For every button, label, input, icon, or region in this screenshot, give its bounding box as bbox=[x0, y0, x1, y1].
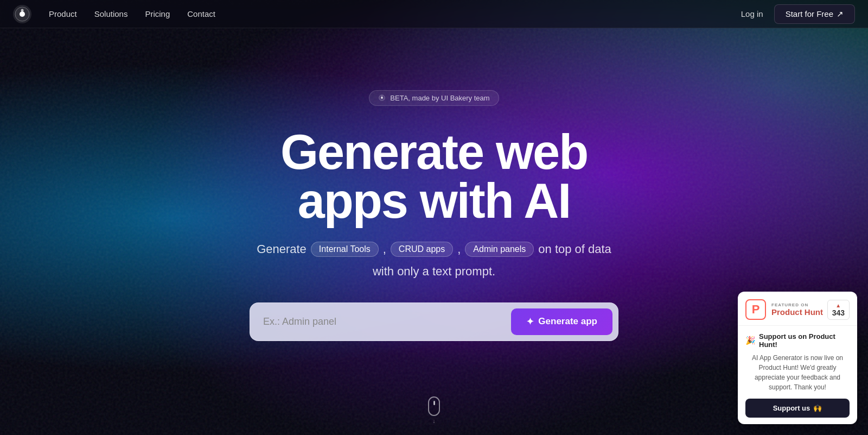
nav-product[interactable]: Product bbox=[49, 9, 77, 18]
nav-links: Product Solutions Pricing Contact bbox=[49, 9, 741, 18]
hero-title-line2: apps with AI bbox=[298, 174, 571, 228]
ph-support-label: Support us bbox=[773, 404, 810, 412]
ph-body: 🎉 Support us on Product Hunt! AI App Gen… bbox=[738, 326, 857, 424]
hero-subtitle: Generate Internal Tools , CRUD apps , Ad… bbox=[257, 242, 611, 257]
ph-triangle-icon: ▲ bbox=[835, 302, 841, 308]
ph-title-row: 🎉 Support us on Product Hunt! bbox=[745, 332, 850, 349]
pill-crud-apps[interactable]: CRUD apps bbox=[391, 242, 453, 257]
ph-support-button[interactable]: Support us 🙌 bbox=[745, 399, 850, 418]
ph-votes: ▲ 343 bbox=[827, 300, 850, 320]
svg-point-3 bbox=[21, 9, 24, 11]
svg-point-2 bbox=[20, 11, 25, 17]
ph-badge-text: FEATURED ON Product Hunt bbox=[771, 302, 823, 317]
beta-badge: BETA, made by UI Bakery team bbox=[369, 90, 499, 106]
ph-description: AI App Generator is now live on Product … bbox=[745, 353, 850, 392]
nav-contact[interactable]: Contact bbox=[187, 9, 215, 18]
ph-title-emoji: 🎉 bbox=[745, 336, 756, 345]
scroll-indicator: ↓ bbox=[428, 396, 440, 424]
nav-solutions[interactable]: Solutions bbox=[94, 9, 128, 18]
beta-badge-text: BETA, made by UI Bakery team bbox=[390, 94, 489, 102]
start-free-button[interactable]: Start for Free ↗ bbox=[774, 4, 855, 24]
generate-icon: ✦ bbox=[526, 316, 534, 327]
ph-featured-on: FEATURED ON bbox=[771, 302, 823, 307]
pill-internal-tools[interactable]: Internal Tools bbox=[311, 242, 379, 257]
product-hunt-widget: P FEATURED ON Product Hunt ▲ 343 🎉 Suppo… bbox=[738, 292, 857, 424]
prompt-input[interactable] bbox=[263, 316, 505, 327]
svg-point-5 bbox=[381, 97, 383, 98]
logo[interactable] bbox=[13, 5, 31, 23]
ph-badge-left: P FEATURED ON Product Hunt bbox=[745, 299, 823, 320]
ph-p-letter: P bbox=[752, 302, 760, 317]
scroll-mouse bbox=[428, 396, 440, 416]
ph-support-title: Support us on Product Hunt! bbox=[759, 332, 850, 349]
generate-label: Generate app bbox=[538, 316, 597, 327]
login-button[interactable]: Log in bbox=[741, 9, 763, 18]
ph-vote-count: 343 bbox=[832, 308, 845, 317]
generate-app-button[interactable]: ✦ Generate app bbox=[511, 308, 612, 335]
ph-badge-row: P FEATURED ON Product Hunt ▲ 343 bbox=[738, 292, 857, 326]
subtitle-suffix: on top of data bbox=[538, 242, 611, 256]
hero-title: Generate web apps with AI bbox=[280, 128, 588, 225]
subtitle-comma1: , bbox=[383, 242, 386, 256]
scroll-arrow-icon: ↓ bbox=[433, 418, 436, 424]
subtitle-comma2: , bbox=[457, 242, 461, 256]
scroll-dot bbox=[433, 401, 435, 405]
hero-subtitle2: with only a text prompt. bbox=[373, 264, 495, 279]
pill-admin-panels[interactable]: Admin panels bbox=[465, 242, 534, 257]
ph-name: Product Hunt bbox=[771, 307, 823, 317]
subtitle-prefix: Generate bbox=[257, 242, 307, 256]
navbar: Product Solutions Pricing Contact Log in… bbox=[0, 0, 868, 28]
nav-right: Log in Start for Free ↗ bbox=[741, 4, 855, 24]
svg-point-6 bbox=[382, 96, 383, 97]
ph-support-emoji: 🙌 bbox=[813, 404, 822, 412]
start-arrow-icon: ↗ bbox=[837, 9, 844, 19]
beta-logo-icon bbox=[378, 94, 386, 102]
start-free-label: Start for Free bbox=[786, 9, 833, 18]
ph-logo: P bbox=[745, 299, 766, 320]
prompt-input-container: ✦ Generate app bbox=[250, 302, 618, 341]
hero-title-line1: Generate web bbox=[280, 125, 588, 179]
nav-pricing[interactable]: Pricing bbox=[145, 9, 170, 18]
